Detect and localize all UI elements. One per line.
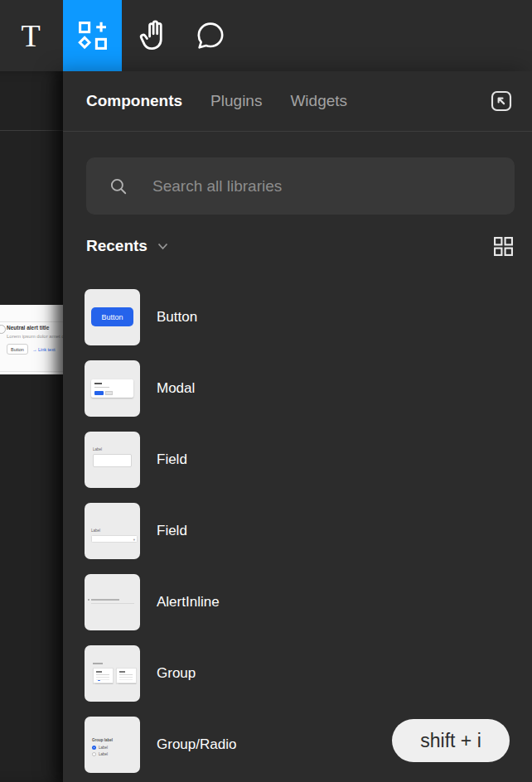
grid-view-button[interactable] [493, 236, 514, 257]
thumb-select-input: ▾ [91, 535, 138, 543]
thumb-field-label: Label [91, 529, 100, 533]
component-label: AlertInline [157, 594, 220, 611]
assets-tool-button-active[interactable] [63, 0, 122, 71]
insert-arrow-button[interactable] [489, 89, 514, 113]
text-tool-button[interactable]: T [8, 0, 53, 71]
recents-title: Recents [86, 237, 148, 255]
hand-tool-button[interactable] [133, 0, 176, 71]
grid-icon [493, 236, 514, 257]
component-thumbnail: Group label Label Label [85, 717, 140, 773]
component-item-field[interactable]: Label Field [85, 432, 532, 488]
panel-tabs: Components Plugins Widgets [63, 71, 532, 132]
arrow-up-left-box-icon [489, 89, 514, 113]
canvas-alert-preview: Neutral alert title Lorem ipsum dolor am… [0, 305, 63, 374]
tab-plugins[interactable]: Plugins [210, 92, 262, 110]
info-icon [0, 325, 6, 334]
panel-shadow [0, 71, 63, 782]
canvas-behind-panel: Neutral alert title Lorem ipsum dolor am… [0, 71, 63, 782]
component-item-alertinline[interactable]: AlertInline [85, 574, 532, 630]
component-thumbnail [85, 360, 140, 417]
component-label: Button [157, 309, 197, 326]
canvas-frame-edge [0, 130, 63, 131]
recents-header: Recents [86, 234, 514, 258]
tab-components[interactable]: Components [86, 92, 182, 110]
hand-icon [137, 18, 172, 53]
component-label: Group/Radio [157, 736, 236, 753]
search-icon [108, 176, 129, 197]
component-item-button[interactable]: Button Button [85, 289, 532, 345]
divider [0, 371, 63, 372]
shortcut-badge: shift + i [392, 719, 510, 762]
comment-tool-button[interactable] [189, 0, 232, 71]
toolbar: T [0, 0, 532, 72]
component-label: Field [157, 523, 187, 539]
alert-button: Button [7, 344, 28, 355]
thumb-button-preview: Button [91, 307, 133, 326]
recents-list: Button Button Modal Label Field [85, 289, 532, 782]
alert-actions: Button → Link text [7, 344, 55, 355]
comment-icon [194, 19, 227, 52]
search-bar[interactable] [86, 157, 515, 215]
text-tool-icon: T [21, 20, 40, 51]
thumb-field-label: Label [93, 447, 102, 451]
assets-icon [75, 17, 111, 54]
chevron-down-icon [157, 243, 168, 250]
search-input[interactable] [151, 176, 500, 196]
component-item-group[interactable]: Group [85, 645, 532, 702]
component-label: Group [157, 665, 196, 682]
component-thumbnail: Label [85, 432, 140, 488]
component-label: Field [157, 451, 187, 468]
thumb-select-caret: ▾ [133, 537, 135, 543]
component-item-modal[interactable]: Modal [85, 360, 532, 417]
alert-title: Neutral alert title [7, 325, 49, 331]
figma-assets-ui: T Neutral alert title [0, 0, 532, 782]
component-thumbnail: Button [85, 289, 140, 345]
component-thumbnail [85, 574, 140, 630]
component-item-field-select[interactable]: Label ▾ Field [85, 503, 532, 559]
alert-link: → Link text [32, 347, 56, 352]
thumb-field-input [93, 454, 132, 467]
shortcut-text: shift + i [420, 730, 481, 752]
component-thumbnail [85, 645, 140, 702]
thumb-modal-preview [91, 379, 133, 398]
component-label: Modal [157, 380, 195, 397]
recents-dropdown[interactable]: Recents [86, 237, 168, 255]
component-thumbnail: Label ▾ [85, 503, 140, 559]
divider [0, 321, 63, 322]
thumb-radio-group-label: Group label [92, 738, 113, 742]
radio-unselected-icon [92, 752, 96, 756]
tab-widgets[interactable]: Widgets [290, 92, 347, 110]
components-panel: Components Plugins Widgets Recents [63, 71, 532, 782]
radio-selected-icon [92, 746, 96, 750]
